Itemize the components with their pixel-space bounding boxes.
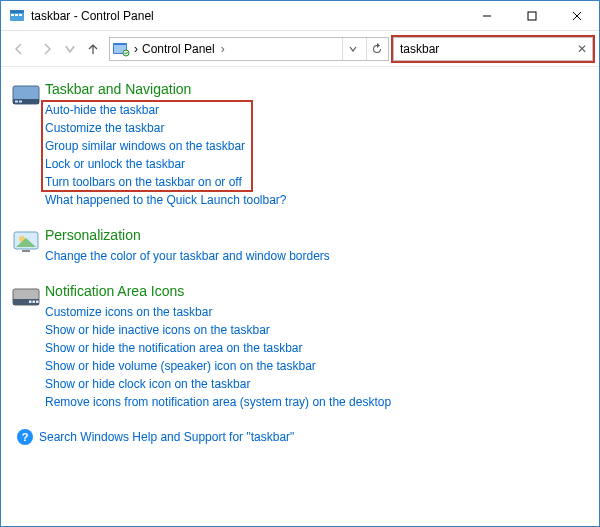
up-button[interactable] xyxy=(81,37,105,61)
taskbar-category-icon xyxy=(9,81,45,109)
link-notification-area[interactable]: Show or hide the notification area on th… xyxy=(45,339,591,357)
breadcrumb-root[interactable]: Control Panel xyxy=(142,42,215,56)
help-footer-text[interactable]: Search Windows Help and Support for "tas… xyxy=(39,430,294,444)
search-input[interactable] xyxy=(394,42,572,56)
personalization-category-icon xyxy=(9,227,45,255)
svg-rect-23 xyxy=(36,301,39,304)
link-volume-icon[interactable]: Show or hide volume (speaker) icon on th… xyxy=(45,357,591,375)
section-taskbar-navigation: Taskbar and Navigation Auto-hide the tas… xyxy=(9,81,591,209)
address-bar[interactable]: › Control Panel › xyxy=(109,37,389,61)
link-inactive-icons[interactable]: Show or hide inactive icons on the taskb… xyxy=(45,321,591,339)
svg-rect-3 xyxy=(15,14,18,16)
link-quick-launch[interactable]: What happened to the Quick Launch toolba… xyxy=(45,191,591,209)
svg-rect-21 xyxy=(29,301,32,304)
category-title[interactable]: Personalization xyxy=(45,227,591,243)
svg-rect-18 xyxy=(22,250,30,252)
window-title: taskbar - Control Panel xyxy=(31,9,464,23)
chevron-right-icon: › xyxy=(134,42,138,56)
link-customize-taskbar[interactable]: Customize the taskbar xyxy=(45,119,591,137)
control-panel-icon xyxy=(112,41,130,57)
minimize-button[interactable] xyxy=(464,1,509,30)
link-remove-tray-icons[interactable]: Remove icons from notification area (sys… xyxy=(45,393,591,411)
window-frame: taskbar - Control Panel xyxy=(0,0,600,527)
svg-rect-15 xyxy=(19,101,22,103)
svg-rect-2 xyxy=(11,14,14,16)
category-title[interactable]: Taskbar and Navigation xyxy=(45,81,591,97)
history-dropdown[interactable] xyxy=(63,37,77,61)
link-lock-unlock-taskbar[interactable]: Lock or unlock the taskbar xyxy=(45,155,591,173)
link-customize-icons[interactable]: Customize icons on the taskbar xyxy=(45,303,591,321)
link-clock-icon[interactable]: Show or hide clock icon on the taskbar xyxy=(45,375,591,393)
notification-category-icon xyxy=(9,283,45,311)
link-group-windows[interactable]: Group similar windows on the taskbar xyxy=(45,137,591,155)
chevron-right-icon: › xyxy=(221,42,225,56)
svg-rect-22 xyxy=(33,301,36,304)
titlebar: taskbar - Control Panel xyxy=(1,1,599,31)
svg-rect-20 xyxy=(13,299,39,305)
close-button[interactable] xyxy=(554,1,599,30)
breadcrumb[interactable]: Control Panel › xyxy=(142,42,225,56)
back-button[interactable] xyxy=(7,37,31,61)
link-auto-hide-taskbar[interactable]: Auto-hide the taskbar xyxy=(45,101,591,119)
category-title[interactable]: Notification Area Icons xyxy=(45,283,591,299)
address-dropdown[interactable] xyxy=(342,38,362,60)
app-icon xyxy=(9,8,25,24)
clear-search-icon[interactable]: ✕ xyxy=(572,42,592,56)
content-area: Taskbar and Navigation Auto-hide the tas… xyxy=(1,67,599,526)
link-change-taskbar-color[interactable]: Change the color of your taskbar and win… xyxy=(45,247,591,265)
nav-row: › Control Panel › ✕ xyxy=(1,31,599,67)
link-toolbars-on-off[interactable]: Turn toolbars on the taskbar on or off xyxy=(45,173,591,191)
section-notification-area: Notification Area Icons Customize icons … xyxy=(9,283,591,411)
svg-rect-6 xyxy=(528,12,536,20)
section-personalization: Personalization Change the color of your… xyxy=(9,227,591,265)
refresh-button[interactable] xyxy=(366,38,386,60)
help-icon: ? xyxy=(17,429,33,445)
forward-button[interactable] xyxy=(35,37,59,61)
search-box[interactable]: ✕ xyxy=(393,37,593,61)
svg-rect-14 xyxy=(15,101,18,103)
help-footer[interactable]: ? Search Windows Help and Support for "t… xyxy=(17,429,591,445)
svg-rect-1 xyxy=(10,10,24,13)
svg-rect-4 xyxy=(19,14,22,16)
window-buttons xyxy=(464,1,599,30)
maximize-button[interactable] xyxy=(509,1,554,30)
